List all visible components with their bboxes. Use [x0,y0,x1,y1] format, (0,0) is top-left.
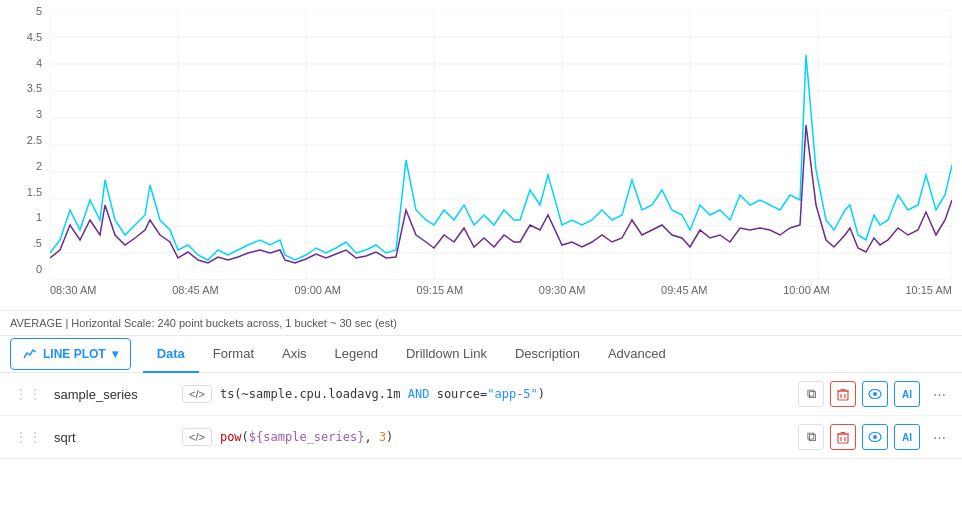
eye-icon-1 [868,389,882,399]
code-toggle-2[interactable]: </> [182,428,212,446]
y-label-3: 3 [36,108,42,120]
visible-button-2[interactable] [862,424,888,450]
y-label-15: 1.5 [27,186,42,198]
chevron-down-icon: ▾ [112,347,118,361]
chart-container: 5 4.5 4 3.5 3 2.5 2 1.5 1 .5 0 [0,0,962,310]
y-axis: 5 4.5 4 3.5 3 2.5 2 1.5 1 .5 0 [0,0,50,280]
x-label-0830: 08:30 AM [50,284,96,296]
x-label-0845: 08:45 AM [172,284,218,296]
visible-button-1[interactable] [862,381,888,407]
chart-svg [50,10,952,280]
status-bar: AVERAGE | Horizontal Scale: 240 point bu… [0,310,962,336]
eye-icon-2 [868,432,882,442]
y-label-0: 0 [36,263,42,275]
series-formula-1: ts(~sample.cpu.loadavg.1m AND source="ap… [220,387,790,401]
delete-button-2[interactable] [830,424,856,450]
series-row-1: ⋮⋮ sample_series </> ts(~sample.cpu.load… [0,373,962,416]
series-actions-2: ⧉ AI ⋯ [798,424,952,450]
tab-legend[interactable]: Legend [321,336,392,373]
more-button-1[interactable]: ⋯ [926,381,952,407]
drag-handle-1[interactable]: ⋮⋮ [10,386,46,402]
y-label-25: 2.5 [27,134,42,146]
y-label-35: 3.5 [27,82,42,94]
y-label-4: 4 [36,57,42,69]
svg-point-25 [873,392,877,396]
svg-point-32 [873,435,877,439]
x-label-0900: 09:00 AM [294,284,340,296]
line-plot-icon [23,347,37,361]
tab-drilldown[interactable]: Drilldown Link [392,336,501,373]
x-label-0945: 09:45 AM [661,284,707,296]
y-label-05: .5 [33,237,42,249]
tab-description[interactable]: Description [501,336,594,373]
series-actions-1: ⧉ AI ⋯ [798,381,952,407]
status-text: AVERAGE | Horizontal Scale: 240 point bu… [10,317,397,329]
tabs-row: LINE PLOT ▾ Data Format Axis Legend Dril… [0,336,962,373]
y-label-45: 4.5 [27,31,42,43]
line-plot-label: LINE PLOT [43,347,106,361]
ai-button-1[interactable]: AI [894,381,920,407]
trash-icon [837,388,849,401]
series-row-2: ⋮⋮ sqrt </> pow(${sample_series}, 3) ⧉ A… [0,416,962,459]
copy-button-1[interactable]: ⧉ [798,381,824,407]
series-formula-2: pow(${sample_series}, 3) [220,430,790,444]
tab-format[interactable]: Format [199,336,268,373]
x-label-1000: 10:00 AM [783,284,829,296]
y-label-2: 2 [36,160,42,172]
x-label-0930: 09:30 AM [539,284,585,296]
tab-axis[interactable]: Axis [268,336,321,373]
series-name-2: sqrt [54,430,174,445]
series-name-1: sample_series [54,387,174,402]
copy-button-2[interactable]: ⧉ [798,424,824,450]
tab-data[interactable]: Data [143,336,199,373]
x-axis: 08:30 AM 08:45 AM 09:00 AM 09:15 AM 09:3… [50,280,952,310]
drag-handle-2[interactable]: ⋮⋮ [10,429,46,445]
delete-button-1[interactable] [830,381,856,407]
y-label-5: 5 [36,5,42,17]
tab-advanced[interactable]: Advanced [594,336,680,373]
y-label-1: 1 [36,211,42,223]
ai-button-2[interactable]: AI [894,424,920,450]
more-button-2[interactable]: ⋯ [926,424,952,450]
code-toggle-1[interactable]: </> [182,385,212,403]
line-plot-button[interactable]: LINE PLOT ▾ [10,338,131,370]
svg-rect-19 [838,391,848,400]
svg-rect-26 [838,434,848,443]
trash-icon-2 [837,431,849,444]
x-label-0915: 09:15 AM [417,284,463,296]
x-label-1015: 10:15 AM [905,284,951,296]
